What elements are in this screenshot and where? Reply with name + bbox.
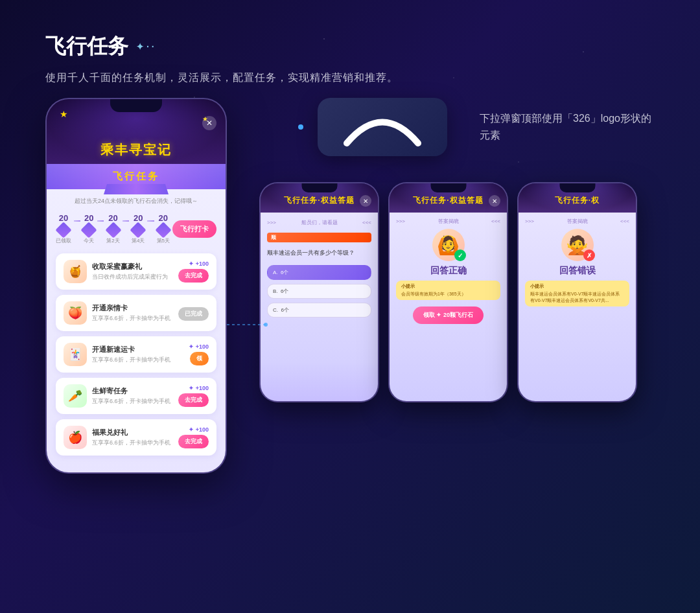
answer-character: 🙅 ✗	[561, 229, 594, 261]
task-item: 🃏 开通新速运卡 互享享6.6折，开卡抽华为手机 ✦ +100 领	[56, 336, 216, 373]
top-callout-row: 下拉弹窗顶部使用「326」logo形状的元素	[279, 98, 661, 156]
task-icon: 🍎	[64, 426, 87, 449]
answer-hint: 小提示 会员等级有效期为1年（365天）	[396, 281, 500, 300]
quiz-phone-question: ✕ 飞行任务·权益答题 >>> 船员们，请看题 <<< 顺 顺丰速运会员一共有多…	[259, 182, 379, 402]
task-icon: 🍑	[64, 301, 87, 325]
quiz-option[interactable]: B. 6个	[267, 284, 371, 299]
task-right: ✦ +100 领	[189, 343, 209, 365]
quiz-option[interactable]: C. 6个	[267, 303, 371, 318]
checkin-item-2: 20 今天	[83, 213, 95, 244]
mission-banner-text: 飞行任务	[53, 170, 219, 183]
task-info: 开通亲情卡 互享享6.6折，开卡抽华为手机	[92, 303, 173, 323]
task-action-button[interactable]: 去完成	[178, 393, 209, 407]
task-icon: 🍯	[64, 260, 87, 283]
answer-result-text: 回答错误	[559, 265, 596, 277]
quiz-phone-correct: ✕ 飞行任务·权益答题 >>> 答案揭晓 <<< 🙆 ✓	[388, 182, 508, 402]
task-item: 🍯 收取采蜜赢豪礼 当日收件成功后完成采蜜行为 ✦ +100 去完成	[56, 253, 216, 290]
callout-description-area: 下拉弹窗顶部使用「326」logo形状的元素	[480, 110, 661, 143]
game-title: 乘丰寻宝记	[100, 141, 172, 159]
quiz-phone-wrong: 飞行任务·权 >>> 答案揭晓 <<< 🙅 ✗	[517, 182, 637, 402]
quiz-option[interactable]: A. 6个	[267, 265, 371, 280]
middle-right-section: 下拉弹窗顶部使用「326」logo形状的元素 ✕ 飞行任务·权益答题	[259, 98, 661, 402]
task-item: 🥕 生鲜寄任务 互享享6.6折，开卡抽华为手机 ✦ +100 去完成	[56, 378, 216, 414]
quiz-title: 飞行任务·权益答题	[268, 195, 370, 206]
quiz-close-button[interactable]: ✕	[360, 195, 371, 207]
phone-content: ✕ 飞行任务·权益答题 >>> 船员们，请看题 <<< 顺 顺丰速运会员一共有多…	[261, 183, 378, 401]
task-info: 福果兑好礼 互享享6.6折，开卡抽华为手机	[92, 428, 173, 447]
page-container: 飞行任务 ✦ · · 使用千人千面的任务机制，灵活展示，配置任务，实现精准营销和…	[0, 0, 700, 500]
checkin-diamond-icon	[155, 222, 171, 238]
checkin-connector	[74, 220, 80, 222]
left-phone-wrapper: ✕ 乘丰寻宝记 ★ ★ 飞行任务	[45, 98, 227, 474]
phone-notch	[559, 183, 595, 192]
task-item: 🍑 开通亲情卡 互享享6.6折，开卡抽华为手机 已完成	[56, 295, 216, 331]
quiz-body: >>> 船员们，请看题 <<< 顺 顺丰速运会员一共有多少个等级？ A. 6个 …	[261, 213, 378, 401]
question-label-badge: 顺	[267, 233, 371, 242]
task-icon: 🥕	[64, 384, 87, 408]
phone-notch	[110, 99, 162, 112]
task-right: ✦ +100 去完成	[178, 426, 209, 448]
checkin-connector	[122, 220, 129, 222]
page-subtitle: 使用千人千面的任务机制，灵活展示，配置任务，实现精准营销和推荐。	[45, 71, 661, 85]
answer-hint: 小提示 顺丰速运会员体系有V0-V7顺丰速运会员体系有V0-V7顺丰速运会员体系…	[525, 281, 629, 306]
logo-callout-area	[279, 98, 447, 156]
answer-character: 🙆 ✓	[432, 229, 465, 261]
quiz-question-text: 顺丰速运会员一共有多少个等级？	[267, 249, 371, 257]
answer-reveal-body: >>> 答案揭晓 <<< 🙅 ✗ 回答错误 小提示 顺丰速	[519, 213, 636, 401]
quiz-title: 飞行任务·权	[526, 195, 628, 206]
task-action-button[interactable]: 已完成	[178, 307, 209, 321]
task-action-button[interactable]: 去完成	[178, 269, 209, 283]
checkin-diamond-icon	[80, 222, 97, 238]
task-item: 🍎 福果兑好礼 互享享6.6折，开卡抽华为手机 ✦ +100 去完成	[56, 419, 216, 456]
checkin-item-5: 20 第5天	[157, 213, 170, 244]
callout-description: 下拉弹窗顶部使用「326」logo形状的元素	[480, 110, 661, 143]
checkin-button[interactable]: 飞行打卡	[172, 220, 216, 238]
phone-content: ✕ 乘丰寻宝记 ★ ★ 飞行任务	[47, 99, 226, 472]
task-action-button[interactable]: 去完成	[178, 435, 209, 448]
quiz-close-button[interactable]: ✕	[489, 195, 500, 207]
mission-warning: 超过当天24点未领取的飞行石会消失，记得哦～	[56, 197, 216, 205]
phone-notch	[430, 183, 466, 192]
checkin-item-1: 20 已领取	[56, 213, 71, 244]
mission-body: 超过当天24点未领取的飞行石会消失，记得哦～ 20 已领取 20	[47, 189, 226, 472]
answer-nav: >>> 答案揭晓 <<<	[396, 218, 500, 225]
task-right: 已完成	[178, 305, 209, 321]
phone-content: 飞行任务·权 >>> 答案揭晓 <<< 🙅 ✗	[519, 183, 636, 401]
mission-banner-shape	[104, 184, 169, 194]
left-phone-mockup: ✕ 乘丰寻宝记 ★ ★ 飞行任务	[45, 98, 227, 474]
checkin-item-3: 20 第2天	[106, 213, 119, 244]
quiz-title: 飞行任务·权益答题	[397, 195, 499, 206]
task-icon: 🃏	[64, 343, 87, 366]
answer-nav: >>> 答案揭晓 <<<	[525, 218, 629, 225]
checkin-diamond-icon	[130, 222, 146, 238]
checkin-diamond-icon	[55, 222, 71, 238]
claim-reward-button[interactable]: 领取 ✦ 20颗飞行石	[413, 306, 484, 324]
logo-shape-container	[318, 98, 447, 156]
task-info: 开通新速运卡 互享享6.6折，开卡抽华为手机	[92, 345, 183, 364]
task-action-button[interactable]: 领	[190, 352, 209, 365]
task-info: 生鲜寄任务 互享享6.6折，开卡抽华为手机	[92, 386, 173, 406]
close-button[interactable]: ✕	[202, 116, 216, 130]
answer-wrong-icon: ✗	[583, 249, 595, 261]
mission-banner: 飞行任务	[47, 164, 226, 189]
phone-content: ✕ 飞行任务·权益答题 >>> 答案揭晓 <<< 🙆 ✓	[390, 183, 507, 401]
page-title: 飞行任务 ✦ · ·	[45, 32, 661, 61]
answer-reveal-body: >>> 答案揭晓 <<< 🙆 ✓ 回答正确 小提示 会员等	[390, 213, 507, 401]
logo-arc-svg	[340, 108, 425, 146]
checkin-row: 20 已领取 20 今天	[56, 213, 216, 244]
task-right: ✦ +100 去完成	[178, 385, 209, 407]
quiz-nav: >>> 船员们，请看题 <<<	[267, 219, 371, 226]
header-section: 飞行任务 ✦ · · 使用千人千面的任务机制，灵活展示，配置任务，实现精准营销和…	[45, 32, 661, 85]
title-star-icon: ✦ · ·	[136, 41, 154, 52]
phone-notch	[301, 183, 337, 192]
answer-result-text: 回答正确	[430, 265, 467, 277]
checkin-connector	[147, 220, 154, 222]
bottom-phones-row: ✕ 飞行任务·权益答题 >>> 船员们，请看题 <<< 顺 顺丰速运会员一共有多…	[259, 182, 661, 402]
task-list: 🍯 收取采蜜赢豪礼 当日收件成功后完成采蜜行为 ✦ +100 去完成	[56, 253, 216, 456]
checkin-item-4: 20 第4天	[132, 213, 145, 244]
main-layout: ✕ 乘丰寻宝记 ★ ★ 飞行任务	[45, 98, 661, 474]
task-info: 收取采蜜赢豪礼 当日收件成功后完成采蜜行为	[92, 262, 173, 281]
answer-check-icon: ✓	[454, 249, 466, 261]
task-right: ✦ +100 去完成	[178, 260, 209, 283]
checkin-diamond-icon	[105, 222, 121, 238]
